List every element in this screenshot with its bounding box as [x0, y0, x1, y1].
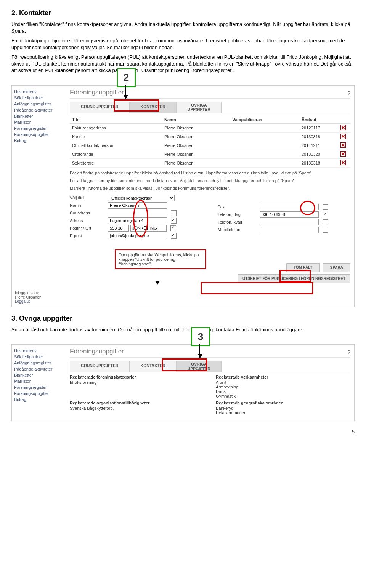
delete-icon[interactable]	[340, 134, 346, 139]
adress-label: Adress	[70, 218, 108, 223]
epost-cb[interactable]	[171, 233, 177, 239]
teld-label: Telefon, dag	[218, 212, 260, 217]
callout-3-number: 3	[198, 331, 203, 343]
telk-cb[interactable]	[323, 219, 328, 225]
th-titel: Titel	[70, 116, 162, 124]
telk-label: Telefon, kväll	[218, 220, 260, 224]
sidebar-item[interactable]: Bidrag	[14, 396, 64, 403]
contacts-table: Titel Namn Webpubliceras Ändrad Fakturer…	[70, 116, 350, 168]
callout-2-number: 2	[124, 72, 129, 83]
sidebar-item[interactable]: Föreningsuppgifter	[14, 131, 64, 137]
table-cell: Pierre Oksanen	[162, 150, 230, 158]
table-cell: 20120117	[299, 123, 338, 132]
delete-icon[interactable]	[340, 142, 346, 148]
kategorier-value: Idrottsförening	[70, 380, 96, 385]
sidebar-item[interactable]: Föreningsuppgifter	[14, 390, 64, 396]
fax-cb[interactable]	[323, 204, 328, 210]
sidebar-item[interactable]: Pågående aktiviteter	[14, 366, 64, 372]
adress-cb[interactable]	[171, 218, 177, 224]
sidebar-item[interactable]: Maillistor	[14, 378, 64, 384]
page-number: 5	[11, 429, 355, 435]
cell-verksamheter: Registerade verksamheter Alpint Armbrytn…	[216, 375, 350, 398]
table-cell: 20130318	[299, 158, 338, 167]
highlight-ovriga-tab	[162, 358, 207, 371]
sidebar-item[interactable]: Huvudmeny	[14, 89, 64, 95]
spara-word: Spara	[11, 28, 25, 34]
sidebar-item[interactable]: Anläggningsregister	[14, 101, 64, 107]
sidebar-item[interactable]: Sök lediga tider	[14, 95, 64, 101]
logga-ut-link[interactable]: Logga ut	[15, 299, 30, 304]
delete-icon[interactable]	[340, 125, 346, 130]
sidebar-item[interactable]: Föreningsregister	[14, 125, 64, 131]
sidebar-item[interactable]: Pågående aktiviteter	[14, 107, 64, 113]
geo-label: Registerade geografiska områden	[216, 401, 350, 405]
screenshot-ovriga: 3 ? HuvudmenySök lediga tiderAnläggnings…	[11, 344, 355, 421]
table-cell: 20130320	[299, 150, 338, 158]
table-cell: Pierre Oksanen	[162, 141, 230, 150]
table-cell: Ordförande	[70, 150, 162, 158]
table-cell: Officiell kontaktperson	[70, 141, 162, 150]
page-title: Föreningsuppgifter	[70, 89, 350, 99]
red-note-arrow	[157, 268, 157, 284]
sidebar-item[interactable]: Blanketter	[14, 113, 64, 119]
table-row[interactable]: OrdförandePierre Oksanen20130320	[70, 150, 350, 158]
table-row[interactable]: FaktureringadressPierre Oksanen20120117	[70, 123, 350, 132]
cell-kategorier: Registrerade föreningskategorier Idrotts…	[70, 375, 204, 398]
table-cell: Pierre Oksanen	[162, 158, 230, 167]
sidebar-item[interactable]: Anläggningsregister	[14, 360, 64, 366]
table-note-2: För att lägga till en ny titel som inte …	[70, 178, 350, 183]
ovriga-grid: Registrerade föreningskategorier Idrotts…	[70, 375, 350, 415]
table-cell	[230, 123, 299, 132]
spara-button[interactable]: SPARA	[323, 263, 350, 272]
table-note-3: Markera i rutorna de uppgifter som ska v…	[70, 186, 350, 190]
callout-3-box: 3	[191, 327, 210, 346]
telk-input[interactable]	[260, 219, 319, 225]
highlight-kontakter-tab	[114, 99, 159, 112]
postnr-input[interactable]	[108, 225, 129, 232]
table-note-1: För att ändra på registrerade uppgifter …	[70, 171, 350, 175]
table-row[interactable]: Officiell kontaktpersonPierre Oksanen201…	[70, 141, 350, 150]
help-icon[interactable]: ?	[347, 90, 350, 96]
sidebar-item[interactable]: Huvudmeny	[14, 348, 64, 354]
cell-geo: Registerade geografiska områden Bankeryd…	[216, 401, 350, 415]
tab-ovriga-uppgifter[interactable]: ÖVRIGAUPPGIFTER	[177, 102, 222, 113]
sidebar-item[interactable]: Maillistor	[14, 119, 64, 125]
postnr-cb[interactable]	[170, 225, 176, 231]
tab-grunduppgifter-3[interactable]: GRUNDUPPGIFTER	[70, 361, 130, 372]
orgtillhor-value: Svenska Bågskytteförb.	[70, 406, 114, 411]
help-icon-3[interactable]: ?	[347, 349, 350, 355]
geo-value: Bankeryd Hela kommunen	[216, 406, 246, 415]
table-row[interactable]: SekreterarePierre Oksanen20130318	[70, 158, 350, 167]
table-cell	[230, 141, 299, 150]
red-callout-note: Om uppgifterna ska Webpubliceras, klicka…	[115, 249, 206, 269]
postnr-label: Postnr / Ort	[70, 226, 108, 230]
sidebar-item[interactable]: Blanketter	[14, 372, 64, 378]
teld-cb[interactable]	[323, 212, 328, 217]
co-cb[interactable]	[171, 210, 177, 216]
table-row[interactable]: KassörPierre Oksanen20130318	[70, 132, 350, 141]
orgtillhor-label: Registrerade organisationstillhörigheter	[70, 401, 204, 405]
th-web: Webpubliceras	[230, 116, 299, 124]
verksamheter-value: Alpint Armbrytning Dans Gymnastik	[216, 380, 238, 398]
callout-2-arrow	[125, 85, 126, 99]
table-cell	[230, 150, 299, 158]
sidebar-item[interactable]: Sök lediga tider	[14, 354, 64, 360]
delete-icon[interactable]	[340, 160, 346, 165]
table-cell: 20141211	[299, 141, 338, 150]
valj-titel-label: Välj titel	[70, 195, 108, 200]
sidebar-item[interactable]: Föreningsregister	[14, 384, 64, 390]
sidebar-item[interactable]: Bidrag	[14, 137, 64, 144]
table-cell: Pierre Oksanen	[162, 123, 230, 132]
section-2-p1: Under fliken "Kontakter" finns kontaktpe…	[11, 21, 355, 34]
delete-icon[interactable]	[340, 151, 346, 157]
highlight-checkbox-group-left	[133, 200, 148, 237]
section-3-p1: Sidan är låst och kan inte ändras av för…	[11, 326, 355, 333]
cell-orgtillhor: Registrerade organisationstillhörigheter…	[70, 401, 204, 415]
mobil-input[interactable]	[260, 227, 319, 233]
section-2-p3: För webpublicering krävs enligt Personup…	[11, 54, 355, 74]
mobil-cb[interactable]	[323, 227, 328, 233]
verksamheter-label: Registerade verksamheter	[216, 375, 350, 379]
table-cell: Kassör	[70, 132, 162, 141]
fax-label: Fax	[218, 205, 260, 209]
co-label: C/o adress	[70, 211, 108, 215]
